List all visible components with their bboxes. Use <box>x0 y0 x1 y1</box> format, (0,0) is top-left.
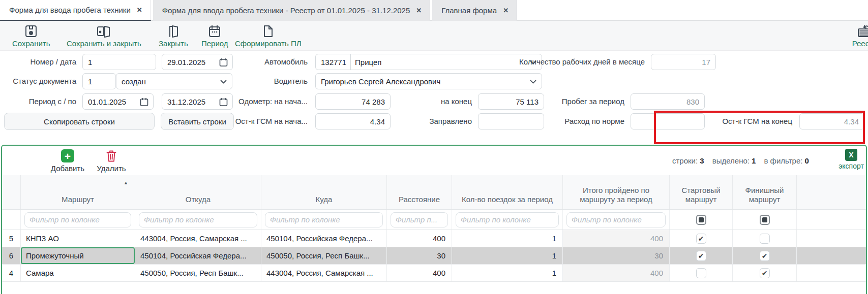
cell-to[interactable]: 450050, Россия, Респ Башк... <box>261 247 387 264</box>
odometer-end-field[interactable]: 75 113 <box>478 93 544 110</box>
column-header-distance[interactable]: Расстояние <box>387 175 452 209</box>
plus-icon: + <box>61 149 74 162</box>
cell-trips[interactable]: 1 <box>452 265 563 281</box>
cell-distance[interactable]: 400 <box>387 265 452 281</box>
workdays-field[interactable]: 17 <box>651 54 716 70</box>
cell-to[interactable]: 450104, Российская Федера... <box>261 230 387 247</box>
save-close-button[interactable]: Сохранить и закрыть <box>67 24 141 48</box>
column-header-from[interactable]: Откуда <box>135 175 261 209</box>
cell-distance[interactable]: 30 <box>387 247 452 264</box>
start-checkbox[interactable] <box>696 234 706 244</box>
close-icon[interactable]: ✕ <box>503 7 508 14</box>
filter-distance-input[interactable] <box>391 212 448 227</box>
cell-trips[interactable]: 1 <box>452 247 563 264</box>
cell-filler <box>797 265 866 281</box>
form-pl-button[interactable]: Сформировать ПЛ <box>235 24 302 48</box>
chevron-down-icon[interactable] <box>530 80 536 84</box>
filter-trips-input[interactable] <box>456 212 559 227</box>
tab-registry[interactable]: Форма для ввода пробега техники - Реестр… <box>153 0 430 21</box>
tab-main-form[interactable]: Главная форма ✕ <box>432 0 517 21</box>
finish-filter-checkbox[interactable] <box>760 215 770 225</box>
cell-rownum[interactable]: 5 <box>2 230 21 247</box>
cell-route[interactable]: КНПЗ АО <box>21 230 135 247</box>
add-row-button[interactable]: + Добавить <box>50 149 85 173</box>
period-from-field[interactable]: 01.01.2025 <box>82 93 154 110</box>
filter-to-input[interactable] <box>265 212 383 227</box>
odometer-start-field[interactable]: 74 283 <box>315 93 391 110</box>
save-icon <box>24 24 38 38</box>
cell-rownum[interactable]: 4 <box>2 265 21 281</box>
cell-route[interactable]: Самара <box>21 265 135 281</box>
copy-rows-button[interactable]: Скопировать строки <box>4 113 155 130</box>
registry-button[interactable]: Реестр <box>844 24 868 48</box>
column-header-route[interactable]: Маршрут ▲ <box>21 175 135 209</box>
filter-total-input[interactable] <box>566 212 666 227</box>
start-checkbox[interactable] <box>696 251 706 261</box>
finish-checkbox[interactable] <box>760 234 770 244</box>
period-label: Период <box>201 39 228 48</box>
car-name: Прицеп <box>355 58 381 67</box>
rows-count: строки: 3 <box>672 156 704 165</box>
filter-route-input[interactable] <box>24 212 131 227</box>
table-row[interactable]: 5 КНПЗ АО 443004, Россия, Самарская ... … <box>2 230 866 247</box>
table-row[interactable]: 4 Самара 450050, Россия, Респ Башк... 44… <box>2 265 866 282</box>
cell-to[interactable]: 443004, Россия, Самарская ... <box>261 265 387 281</box>
routes-table-panel: + Добавить Удалить строки: 3 выделено: 1… <box>1 145 867 294</box>
cell-distance[interactable]: 400 <box>387 230 452 247</box>
cell-total: 400 <box>563 230 670 247</box>
column-header-rownum <box>2 175 21 209</box>
number-field[interactable]: 1 <box>82 54 156 70</box>
refueled-field[interactable] <box>478 113 544 129</box>
cell-total: 400 <box>563 265 670 281</box>
column-header-finish[interactable]: Финишный маршрут <box>733 175 797 209</box>
column-header-total[interactable]: Итого пройдено по маршруту за период <box>563 175 670 209</box>
fuel-start-field[interactable]: 4.34 <box>315 113 391 129</box>
table-header: Маршрут ▲ Откуда Куда Расстояние Кол-во … <box>2 175 866 210</box>
finish-checkbox[interactable] <box>760 268 770 278</box>
odometer-start-label: Одометр: на нача... <box>214 93 308 110</box>
door-icon <box>167 24 179 38</box>
mileage-field[interactable]: 830 <box>631 93 705 110</box>
filter-from-input[interactable] <box>139 212 257 227</box>
column-header-trips[interactable]: Кол-во поездок за период <box>452 175 563 209</box>
fuel-end-field[interactable]: 4.34 <box>799 113 864 129</box>
period-button[interactable]: Период <box>201 24 228 48</box>
cell-from[interactable]: 450050, Россия, Респ Башк... <box>135 265 261 281</box>
form-pl-label: Сформировать ПЛ <box>235 39 302 48</box>
tab-label: Главная форма <box>441 6 497 15</box>
column-header-to[interactable]: Куда <box>261 175 387 209</box>
cell-from[interactable]: 443004, Россия, Самарская ... <box>135 230 261 247</box>
driver-select[interactable]: Григорьев Сергей Александрович <box>315 73 542 89</box>
close-button[interactable]: Закрыть <box>159 24 188 48</box>
status-code-field[interactable]: 1 <box>82 73 116 89</box>
close-icon[interactable]: ✕ <box>416 7 422 14</box>
cell-filler <box>797 247 866 264</box>
main-toolbar: Сохранить Сохранить и закрыть Закрыть Пе… <box>0 21 868 51</box>
car-label: Автомобиль <box>214 54 308 70</box>
save-button[interactable]: Сохранить <box>12 24 50 48</box>
delete-row-button[interactable]: Удалить <box>95 149 128 173</box>
sort-asc-icon[interactable]: ▲ <box>124 180 128 186</box>
calendar-icon[interactable] <box>140 97 148 107</box>
cell-rownum[interactable]: 6 <box>2 247 21 264</box>
cell-route[interactable]: Промежуточный <box>21 247 135 264</box>
number-date-label: Номер / дата <box>0 54 76 70</box>
table-row[interactable]: 6 Промежуточный 450104, Российская Федер… <box>2 247 866 265</box>
start-checkbox[interactable] <box>696 268 706 278</box>
fuel-end-label: Ост-к ГСМ на конец <box>676 113 792 129</box>
filtered-count: в фильтре: 0 <box>764 156 809 165</box>
filter-filler-cell <box>797 210 866 230</box>
trash-icon <box>105 149 117 162</box>
cell-trips[interactable]: 1 <box>452 230 563 247</box>
cell-from[interactable]: 450104, Российская Федера... <box>135 247 261 264</box>
start-filter-checkbox[interactable] <box>696 215 706 225</box>
column-header-start[interactable]: Стартовый маршрут <box>670 175 733 209</box>
close-icon[interactable]: ✕ <box>137 6 142 14</box>
cell-filler <box>797 230 866 247</box>
export-button[interactable]: X экспорт <box>836 149 866 170</box>
finish-checkbox[interactable] <box>760 251 770 261</box>
tab-mileage-form[interactable]: Форма для ввода пробега техники ✕ <box>0 0 151 21</box>
mileage-label: Пробег за период <box>549 93 624 110</box>
save-close-icon <box>97 24 111 38</box>
excel-icon: X <box>845 149 857 161</box>
